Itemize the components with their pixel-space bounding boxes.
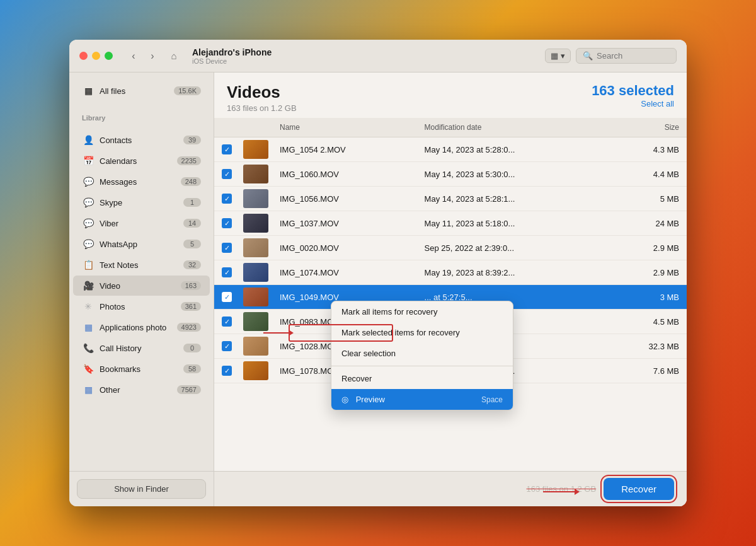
textnotes-icon: 📋 [82,258,94,271]
callhistory-label: Call History [100,344,178,353]
sidebar-item-calendars[interactable]: 📅 Calendars 2235 [73,151,210,171]
file-name: IMG_1054 2.MOV [272,137,417,162]
search-input[interactable] [597,51,672,61]
sidebar-item-whatsapp[interactable]: 💬 WhatsApp 5 [73,234,210,254]
textnotes-label: Text Notes [100,260,178,270]
sidebar-item-bookmarks[interactable]: 🔖 Bookmarks 58 [73,359,210,379]
library-section-label: Library [69,109,214,124]
traffic-lights [79,52,113,60]
sidebar-item-photos[interactable]: ✳ Photos 361 [73,296,210,317]
forward-button[interactable]: › [144,48,161,64]
file-table-container: Name Modification date Size ✓ IMG_1054 2… [214,118,687,471]
callhistory-icon: 📞 [82,342,94,354]
messages-icon: 💬 [82,175,94,188]
calendars-label: Calendars [100,156,172,166]
bookmarks-label: Bookmarks [100,364,178,374]
bookmarks-badge: 58 [183,364,201,373]
file-size: 5 MB [605,187,687,211]
context-menu-mark-selected[interactable]: Mark selected items for recovery [331,322,513,343]
table-row[interactable]: ✓ IMG_1074.MOV May 19, 2023 at 8:39:2...… [214,260,687,285]
navigation-controls: ‹ › ⌂ [125,48,182,64]
photos-label: Photos [100,302,176,311]
context-menu-clear[interactable]: Clear selection [331,343,513,364]
contacts-label: Contacts [100,136,178,145]
file-name: IMG_1074.MOV [272,260,417,285]
content-header: Videos 163 files on 1.2 GB 163 selected … [214,73,687,118]
main-content: ▦ All files 15.6K Library 👤 Contacts 39 … [69,73,687,506]
file-size: 4.5 MB [605,310,687,334]
sidebar-item-viber[interactable]: 💬 Viber 14 [73,213,210,233]
device-name: Alejandro's iPhone [192,47,272,57]
table-row[interactable]: ✓ IMG_0020.MOV Sep 25, 2022 at 2:39:0...… [214,236,687,260]
other-badge: 7567 [177,385,201,394]
skype-icon: 💬 [82,196,94,209]
file-date: May 14, 2023 at 5:28:0... [417,137,605,162]
messages-label: Messages [100,177,176,187]
arrow-head [289,330,294,336]
photos-icon: ✳ [82,300,94,313]
col-size[interactable]: Size [605,118,687,137]
callhistory-badge: 0 [183,344,201,352]
file-date: Sep 25, 2022 at 2:39:0... [417,236,605,260]
sidebar-item-skype[interactable]: 💬 Skype 1 [73,192,210,212]
other-icon: ▦ [82,383,94,396]
bookmarks-icon: 🔖 [82,363,94,375]
photos-badge: 361 [181,302,201,311]
sidebar-item-textnotes[interactable]: 📋 Text Notes 32 [73,255,210,275]
table-row[interactable]: ✓ IMG_1056.MOV May 14, 2023 at 5:28:1...… [214,187,687,211]
view-toggle-button[interactable]: ▦ ▾ [545,49,571,63]
appphoto-badge: 4923 [177,323,201,332]
file-size: 32.3 MB [605,334,687,359]
sidebar-all-files-section: ▦ All files 15.6K [69,73,214,109]
sidebar-library-section: 👤 Contacts 39 📅 Calendars 2235 💬 Message… [69,124,214,405]
file-name: IMG_0020.MOV [272,236,417,260]
context-menu-preview[interactable]: ◎ Preview Space [331,389,513,410]
file-size: 3 MB [605,285,687,310]
sidebar-item-callhistory[interactable]: 📞 Call History 0 [73,338,210,358]
preview-shortcut: Space [481,395,503,404]
fullscreen-button[interactable] [105,52,113,60]
context-menu-mark-all[interactable]: Mark all items for recovery [331,301,513,322]
table-row[interactable]: ✓ IMG_1060.MOV May 14, 2023 at 5:30:0...… [214,162,687,187]
col-thumb [239,118,272,137]
file-date: May 14, 2023 at 5:30:0... [417,162,605,187]
file-size: 2.9 MB [605,236,687,260]
titlebar: ‹ › ⌂ Alejandro's iPhone iOS Device ▦ ▾ … [69,40,687,73]
show-finder-button[interactable]: Show in Finder [77,479,206,499]
video-icon: 🎥 [82,279,94,292]
sidebar-item-other[interactable]: ▦ Other 7567 [73,380,210,400]
arrow-head [575,489,580,495]
col-name[interactable]: Name [272,118,417,137]
main-window: ‹ › ⌂ Alejandro's iPhone iOS Device ▦ ▾ … [69,40,687,506]
sidebar-item-messages[interactable]: 💬 Messages 248 [73,171,210,192]
minimize-button[interactable] [92,52,100,60]
sidebar-item-appphoto[interactable]: ▦ Applications photo 4923 [73,317,210,337]
preview-label: Preview [356,395,385,404]
sidebar-item-contacts[interactable]: 👤 Contacts 39 [73,130,210,150]
context-menu-recover[interactable]: Recover [331,368,513,389]
video-label: Video [100,281,176,291]
table-row[interactable]: ✓ IMG_1054 2.MOV May 14, 2023 at 5:28:0.… [214,137,687,162]
skype-label: Skype [100,198,178,207]
close-button[interactable] [79,52,88,60]
col-date[interactable]: Modification date [417,118,605,137]
calendars-icon: 📅 [82,154,94,167]
arrow-line [263,332,289,334]
table-row[interactable]: ✓ IMG_1037.MOV May 11, 2023 at 5:18:0...… [214,211,687,236]
titlebar-right: ▦ ▾ 🔍 [545,48,677,64]
back-button[interactable]: ‹ [125,48,142,64]
grid-icon: ▦ [551,51,558,61]
sidebar-item-all-files[interactable]: ▦ All files 15.6K [73,80,210,102]
search-icon: 🔍 [583,51,593,61]
file-size: 4.4 MB [605,162,687,187]
sidebar-item-video[interactable]: 🎥 Video 163 [73,276,210,296]
select-all-button[interactable]: Select all [592,99,674,108]
file-name: IMG_1037.MOV [272,211,417,236]
home-button[interactable]: ⌂ [166,48,182,64]
chevron-down-icon: ▾ [561,51,565,61]
device-type: iOS Device [192,57,272,65]
file-size: 2.9 MB [605,260,687,285]
sidebar-footer: Show in Finder [69,471,214,506]
textnotes-badge: 32 [183,260,201,269]
recover-button[interactable]: Recover [604,478,674,500]
